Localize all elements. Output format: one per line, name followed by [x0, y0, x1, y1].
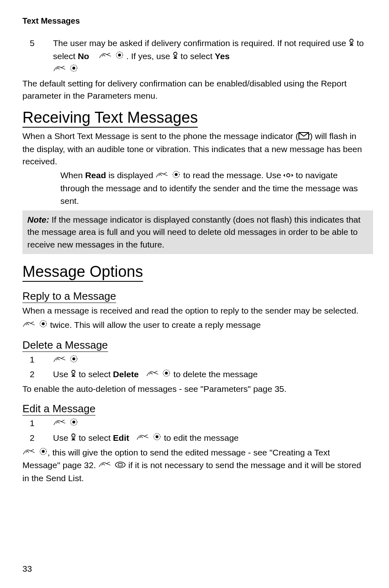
press-icon: [53, 354, 67, 367]
del-s2b: to select: [79, 369, 113, 379]
edit-s1-num: 1: [22, 417, 39, 430]
edit-s2-num: 2: [22, 432, 39, 445]
svg-point-19: [72, 434, 75, 437]
edit-after: , this will give the option to send the …: [22, 447, 369, 485]
heading-receiving: Receiving Text Messages: [22, 109, 198, 128]
recv-p2c: to read the message. Use: [183, 170, 283, 180]
recv-p1a: When a Short Text Message is sent to the…: [22, 131, 298, 141]
page-number: 33: [22, 564, 32, 574]
default-setting-text: The default setting for delivery confirm…: [22, 77, 369, 102]
recv-p2b: is displayed: [106, 170, 155, 180]
step5-t1: The user may be asked if delivery confir…: [53, 38, 349, 48]
press-icon: [136, 432, 150, 444]
heading-options: Message Options: [22, 263, 143, 282]
step5-no: No: [78, 51, 89, 61]
press-icon: [53, 64, 67, 76]
center-key-icon: [69, 64, 78, 76]
oval-key-icon: [115, 460, 126, 472]
nav-down-icon: [71, 369, 76, 381]
press-icon: [53, 418, 67, 430]
del-s2a: Use: [53, 369, 71, 379]
svg-point-11: [42, 322, 44, 325]
svg-point-18: [72, 421, 75, 424]
recv-read: Read: [85, 170, 106, 180]
reply-p2-text: twice. This will allow the user to creat…: [50, 320, 261, 329]
edit-step-2: 2 Use to select Edit to edit the message: [22, 432, 369, 445]
nav-down-icon: [71, 432, 76, 444]
edit-s2-body: Use to select Edit to edit the message: [39, 432, 369, 445]
del-s2-num: 2: [22, 368, 39, 381]
envelope-icon: [298, 130, 310, 143]
center-key-icon: [115, 51, 124, 63]
nav-lr-icon: [283, 170, 293, 182]
step-5-body: The user may be asked if delivery confir…: [39, 37, 369, 76]
reply-p2: twice. This will allow the user to creat…: [22, 319, 369, 332]
svg-point-16: [165, 372, 168, 375]
press-icon: [99, 51, 113, 63]
heading-edit: Edit a Message: [22, 402, 95, 416]
page-header: Text Messages: [22, 16, 369, 26]
edit-s2c: to edit the message: [164, 433, 239, 442]
step-5-num: 5: [22, 37, 39, 76]
delete-after: To enable the auto-deletion of messages …: [22, 383, 369, 395]
svg-point-3: [174, 52, 177, 55]
center-key-icon: [69, 418, 78, 430]
receiving-read-block: When Read is displayed to read the messa…: [22, 169, 369, 207]
nav-down-icon: [349, 38, 354, 50]
nav-down-icon: [172, 51, 178, 63]
edit-label: Edit: [113, 433, 129, 442]
svg-point-8: [175, 173, 178, 176]
center-key-icon: [39, 319, 48, 332]
svg-point-14: [72, 370, 75, 374]
edit-s2a: Use: [53, 433, 71, 442]
del-s2-body: Use to select Delete to delete the messa…: [39, 368, 369, 381]
press-icon: [22, 319, 36, 332]
svg-point-21: [156, 435, 159, 438]
svg-rect-25: [118, 464, 122, 466]
note-text: If the message indicator is displayed co…: [27, 215, 360, 249]
edit-s2b: to select: [79, 433, 113, 442]
reply-p1: When a message is received and read the …: [22, 305, 369, 317]
svg-point-24: [115, 462, 125, 468]
del-s1-body: [39, 354, 369, 367]
svg-point-13: [72, 357, 75, 360]
note-label: Note:: [27, 215, 49, 224]
del-step-1: 1: [22, 354, 369, 367]
center-key-icon: [69, 354, 78, 367]
press-icon: [98, 460, 112, 472]
receiving-p1: When a Short Text Message is sent to the…: [22, 130, 369, 168]
del-s2c: to delete the message: [173, 369, 258, 379]
del-s1-num: 1: [22, 354, 39, 367]
svg-point-0: [350, 39, 353, 42]
svg-point-23: [42, 450, 44, 453]
recv-p2a: When: [60, 170, 85, 180]
svg-point-2: [118, 53, 121, 56]
del-step-2: 2 Use to select Delete to delete the mes…: [22, 368, 369, 381]
note-box: Note: If the message indicator is displa…: [22, 210, 373, 254]
press-icon: [155, 170, 169, 182]
del-label: Delete: [113, 369, 139, 379]
press-icon: [22, 447, 36, 459]
center-key-icon: [39, 447, 48, 459]
heading-delete: Delete a Message: [22, 339, 108, 352]
heading-reply: Reply to a Message: [22, 290, 116, 303]
edit-s1-body: [39, 417, 369, 430]
step-5: 5 The user may be asked if delivery conf…: [22, 37, 369, 76]
center-key-icon: [162, 369, 171, 381]
center-key-icon: [172, 170, 181, 182]
svg-point-9: [287, 174, 290, 177]
press-icon: [146, 369, 160, 381]
step5-t4: to select: [181, 51, 215, 61]
step5-t3: . If yes, use: [126, 51, 172, 61]
svg-point-5: [72, 66, 75, 69]
step5-yes: Yes: [215, 51, 230, 61]
edit-step-1: 1: [22, 417, 369, 430]
center-key-icon: [153, 432, 161, 444]
